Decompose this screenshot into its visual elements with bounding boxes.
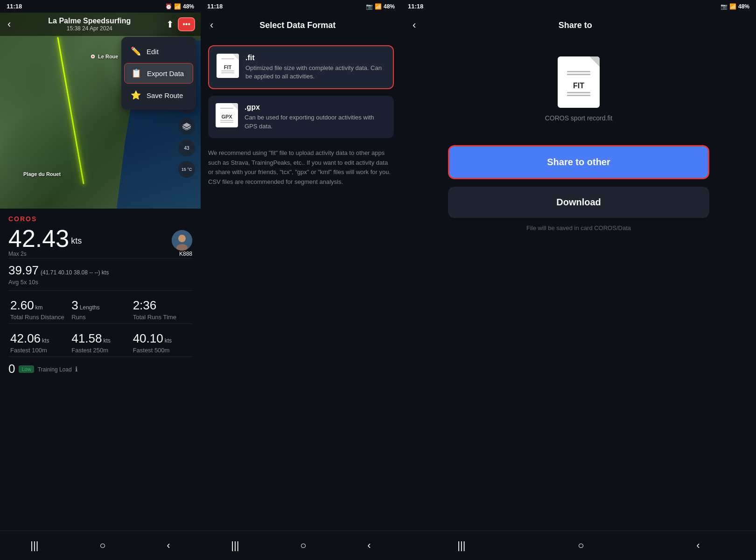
speed-500-value: 40.10 xyxy=(133,331,163,346)
nav-back-3[interactable]: ‹ xyxy=(687,538,709,553)
layers-button[interactable] xyxy=(178,118,195,135)
bottom-nav-1: ||| ○ ‹ xyxy=(0,531,201,560)
fit-format-info: .fit Optimized file size with complete a… xyxy=(245,54,385,81)
wifi-icon-3: 📶 xyxy=(729,3,736,10)
status-bar-2: 11:18 📷 📶 48% xyxy=(201,0,401,13)
tl-badge: Low xyxy=(19,365,34,373)
share-map-button[interactable]: ⬆ xyxy=(166,19,174,30)
camera-icon: 📷 xyxy=(366,3,373,10)
nav-back-2[interactable]: ‹ xyxy=(358,538,380,553)
file-name-label: COROS sport record.fit xyxy=(545,114,613,122)
wifi-icon-2: 📶 xyxy=(375,3,382,10)
bottom-nav-2: ||| ○ ‹ xyxy=(201,531,401,560)
download-button[interactable]: Download xyxy=(448,187,709,218)
speed-500-unit: kts xyxy=(165,337,172,344)
speed-250-unit: kts xyxy=(103,337,110,344)
stats-grid: 2.60 km Total Runs Distance 3 Lengths Ru… xyxy=(8,290,192,323)
speed-100-unit: kts xyxy=(42,337,49,344)
bottom-nav-3: ||| ○ ‹ xyxy=(401,531,756,560)
battery-3: 48% xyxy=(738,3,749,10)
dist-label: Total Runs Distance xyxy=(10,314,68,321)
battery-2: 48% xyxy=(384,3,395,10)
back-button-1[interactable]: ‹ xyxy=(6,16,13,32)
share-to-other-button[interactable]: Share to other xyxy=(448,145,709,179)
gpx-format-info: .gpx Can be used for exporting outdoor a… xyxy=(245,103,386,130)
format-card-gpx[interactable]: GPX .gpx Can be used for exporting outdo… xyxy=(208,96,394,138)
nav-home-2[interactable]: ○ xyxy=(291,538,315,553)
temp-button: 15 °C xyxy=(178,161,195,178)
lengths-label: Runs xyxy=(71,314,129,321)
nav-menu-1[interactable]: ||| xyxy=(21,538,48,553)
distance-cell: 2.60 km Total Runs Distance xyxy=(8,295,70,323)
dist-unit: km xyxy=(35,304,43,311)
avg-speed-label: Avg 5x 10s xyxy=(8,279,109,286)
nav-home-1[interactable]: ○ xyxy=(90,538,115,553)
nav-menu-3[interactable]: ||| xyxy=(448,538,475,553)
export-icon: 📋 xyxy=(131,68,141,78)
status-bar-1: 11:18 ⏰ 📶 48% xyxy=(0,0,201,13)
share-header: ‹ Share to xyxy=(401,13,756,38)
info-icon[interactable]: ℹ xyxy=(75,365,77,373)
nav-menu-2[interactable]: ||| xyxy=(222,538,248,553)
speed-250-value: 41.58 xyxy=(71,331,102,346)
format-card-fit[interactable]: FIT .fit Optimized file size with comple… xyxy=(208,45,394,89)
status-icons-1: ⏰ 📶 48% xyxy=(165,3,194,10)
compass-value: 43 xyxy=(184,146,189,151)
menu-edit[interactable]: ✏️ Edit xyxy=(121,41,196,62)
speed-250-cell: 41.58 kts Fastest 250m xyxy=(70,329,131,357)
tl-value: 0 xyxy=(8,362,15,376)
menu-export[interactable]: 📋 Export Data xyxy=(124,63,193,84)
fit-format-icon: FIT xyxy=(217,54,239,78)
svg-point-1 xyxy=(178,235,186,242)
gpx-format-name: .gpx xyxy=(245,103,386,112)
lengths-value: 3 xyxy=(71,298,78,313)
camera-icon-3: 📷 xyxy=(721,3,728,10)
compass-button[interactable]: 43 xyxy=(178,140,195,156)
speed-500-label: Fastest 500m xyxy=(133,347,190,354)
recommendation-text: We recommend using "fit" file to upload … xyxy=(208,145,394,195)
distance-value: 2.60 xyxy=(10,298,34,313)
stats-area: COROS 42.43 kts Max 2s K888 xyxy=(0,209,201,531)
panel-format: 11:18 📷 📶 48% ‹ Select Data Format FIT .… xyxy=(201,0,401,560)
coros-logo: COROS xyxy=(8,215,192,223)
fit-icon-label: FIT xyxy=(573,82,584,90)
speed-grid: 42.06 kts Fastest 100m 41.58 kts Fastest… xyxy=(8,323,192,357)
location-dot xyxy=(91,55,95,58)
user-name: K888 xyxy=(172,251,192,257)
more-options-button[interactable]: ••• xyxy=(178,17,195,31)
status-time-2: 11:18 xyxy=(207,3,223,10)
activity-subtitle: 15:38 24 Apr 2024 xyxy=(13,25,166,32)
nav-home-3[interactable]: ○ xyxy=(568,538,593,553)
time-cell: 2:36 Total Runs Time xyxy=(131,295,192,323)
map-actions: ⬆ ••• xyxy=(166,17,195,31)
format-title: Select Data Format xyxy=(215,21,380,30)
activity-title: La Palme Speedsurfing xyxy=(13,17,166,25)
gpx-format-icon: GPX xyxy=(216,103,238,127)
share-content: FIT COROS sport record.fit Share to othe… xyxy=(401,38,756,531)
status-time-1: 11:18 xyxy=(7,3,22,10)
menu-export-label: Export Data xyxy=(147,70,184,77)
nav-back-1[interactable]: ‹ xyxy=(157,538,179,553)
back-button-2[interactable]: ‹ xyxy=(208,17,215,33)
avg-speed-value: 39.97 xyxy=(8,263,39,278)
main-speed-group: 42.43 kts Max 2s xyxy=(8,226,82,257)
speed-500-cell: 40.10 kts Fastest 500m xyxy=(131,329,192,357)
panel-share: 11:18 📷 📶 48% ‹ Share to FIT COROS sport… xyxy=(401,0,756,560)
avg-speed-row: 39.97 (41.71 40.10 38.08 -- --) kts Avg … xyxy=(8,258,192,290)
temp-value: 15 °C xyxy=(182,167,192,172)
tl-label: Training Load ℹ xyxy=(38,365,77,373)
speed-100-value: 42.06 xyxy=(10,331,41,346)
back-button-3[interactable]: ‹ xyxy=(411,17,418,33)
status-time-3: 11:18 xyxy=(408,3,423,10)
save-note: File will be saved in card COROS/Data xyxy=(526,224,631,231)
gpx-format-desc: Can be used for exporting outdoor activi… xyxy=(245,113,386,130)
menu-edit-label: Edit xyxy=(147,48,159,56)
main-speed-row: 42.43 kts Max 2s K888 xyxy=(8,226,192,257)
battery-1: 48% xyxy=(183,3,194,10)
menu-save-route[interactable]: ⭐ Save Route xyxy=(121,84,196,106)
fit-file-icon: FIT xyxy=(558,56,600,108)
time-label: Total Runs Time xyxy=(133,314,190,321)
wifi-icon: 📶 xyxy=(174,3,181,10)
map-title-area: La Palme Speedsurfing 15:38 24 Apr 2024 xyxy=(13,17,166,32)
dropdown-menu: ✏️ Edit 📋 Export Data ⭐ Save Route xyxy=(121,37,196,110)
